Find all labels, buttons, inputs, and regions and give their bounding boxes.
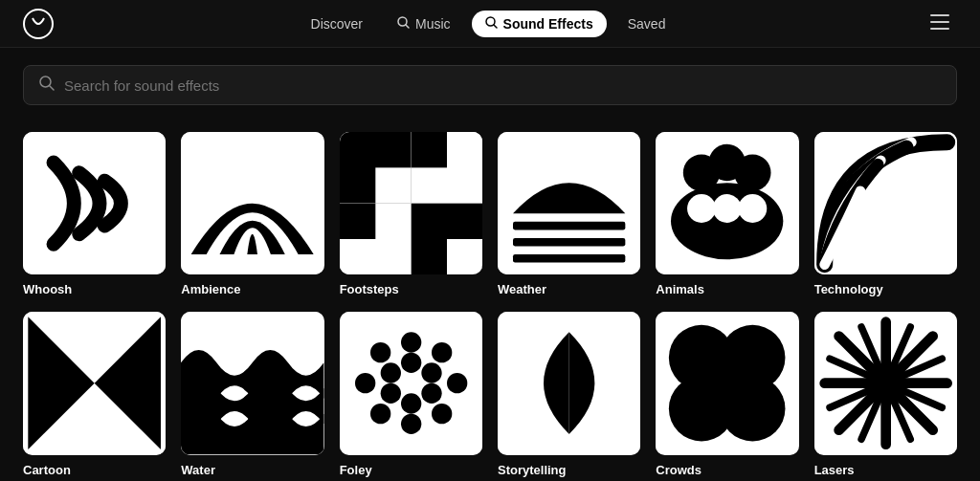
category-card-cartoon <box>23 312 166 454</box>
svg-point-51 <box>380 383 400 404</box>
svg-rect-23 <box>513 238 625 247</box>
category-technology[interactable]: Technology <box>814 132 957 296</box>
category-card-weather <box>498 132 640 274</box>
category-card-animals <box>656 132 798 274</box>
search-icon-sound-effects <box>485 16 498 32</box>
nav-menu: Discover Music Sound Effects Saved <box>298 11 679 37</box>
svg-rect-19 <box>340 204 375 239</box>
svg-point-49 <box>421 383 441 404</box>
nav-label-sound-effects: Sound Effects <box>503 16 593 32</box>
category-card-storytelling <box>498 312 640 454</box>
navbar: Discover Music Sound Effects Saved <box>0 0 980 48</box>
svg-point-48 <box>421 363 441 383</box>
category-label-lasers: Lasers <box>814 463 957 477</box>
category-card-whoosh <box>23 132 166 274</box>
category-label-water: Water <box>181 463 323 477</box>
svg-point-50 <box>401 394 421 414</box>
category-storytelling[interactable]: Storytelling <box>498 312 640 476</box>
category-crowds[interactable]: Crowds <box>656 312 798 476</box>
svg-point-45 <box>355 373 375 393</box>
nav-label-saved: Saved <box>628 16 666 32</box>
category-label-storytelling: Storytelling <box>498 463 640 477</box>
category-label-weather: Weather <box>498 282 640 296</box>
category-lasers[interactable]: Lasers <box>814 312 957 476</box>
svg-point-47 <box>401 353 421 373</box>
category-card-water <box>181 312 323 454</box>
search-input-wrapper <box>23 65 957 105</box>
nav-item-music[interactable]: Music <box>384 11 464 37</box>
nav-label-music: Music <box>415 16 451 32</box>
category-label-technology: Technology <box>814 282 957 296</box>
svg-point-59 <box>695 351 760 416</box>
search-icon <box>39 76 55 95</box>
category-weather[interactable]: Weather <box>498 132 640 296</box>
category-card-crowds <box>656 312 798 454</box>
svg-point-44 <box>370 404 390 424</box>
category-whoosh[interactable]: Whoosh <box>23 132 166 296</box>
category-footsteps[interactable]: Footsteps <box>340 132 482 296</box>
svg-rect-6 <box>930 21 949 23</box>
category-label-ambience: Ambience <box>181 282 323 296</box>
search-icon-music <box>397 16 410 32</box>
svg-point-41 <box>447 373 467 393</box>
nav-item-sound-effects[interactable]: Sound Effects <box>472 11 607 37</box>
category-card-footsteps <box>340 132 482 274</box>
category-foley[interactable]: Foley <box>340 312 482 476</box>
svg-rect-5 <box>930 14 949 16</box>
svg-rect-7 <box>930 28 949 30</box>
svg-point-46 <box>370 342 390 362</box>
nav-item-discover[interactable]: Discover <box>298 11 376 37</box>
svg-point-40 <box>432 342 452 362</box>
category-label-footsteps: Footsteps <box>340 282 482 296</box>
category-ambience[interactable]: Ambience <box>181 132 323 296</box>
category-water[interactable]: Water <box>181 312 323 476</box>
search-bar <box>0 48 980 122</box>
category-label-whoosh: Whoosh <box>23 282 166 296</box>
search-input[interactable] <box>64 77 941 94</box>
svg-line-4 <box>494 25 497 28</box>
category-label-animals: Animals <box>656 282 798 296</box>
svg-point-39 <box>401 333 421 353</box>
category-label-foley: Foley <box>340 463 482 477</box>
category-card-ambience <box>181 132 323 274</box>
svg-rect-18 <box>411 132 446 167</box>
svg-point-43 <box>401 414 421 434</box>
category-card-lasers <box>814 312 957 454</box>
category-label-cartoon: Cartoon <box>23 463 166 477</box>
categories-row-2: Cartoon Water <box>23 312 957 476</box>
category-animals[interactable]: Animals <box>656 132 798 296</box>
svg-rect-17 <box>375 167 411 203</box>
categories-grid: Whoosh Ambience <box>0 122 980 481</box>
svg-rect-20 <box>447 239 482 274</box>
svg-point-42 <box>432 404 452 424</box>
svg-point-30 <box>687 194 716 223</box>
svg-point-32 <box>739 194 768 223</box>
category-label-crowds: Crowds <box>656 463 798 477</box>
svg-point-52 <box>380 363 400 383</box>
logo[interactable] <box>23 9 54 39</box>
category-card-foley <box>340 312 482 454</box>
category-card-technology <box>814 132 957 274</box>
categories-row-1: Whoosh Ambience <box>23 132 957 296</box>
svg-line-2 <box>406 25 409 28</box>
nav-label-discover: Discover <box>311 16 363 32</box>
svg-point-29 <box>734 154 770 190</box>
svg-point-31 <box>713 194 742 223</box>
svg-rect-22 <box>513 222 625 230</box>
category-cartoon[interactable]: Cartoon <box>23 312 166 476</box>
svg-rect-24 <box>513 254 625 263</box>
nav-item-saved[interactable]: Saved <box>614 11 679 37</box>
menu-button[interactable] <box>923 9 957 38</box>
svg-line-9 <box>50 86 54 90</box>
svg-point-8 <box>40 77 51 87</box>
